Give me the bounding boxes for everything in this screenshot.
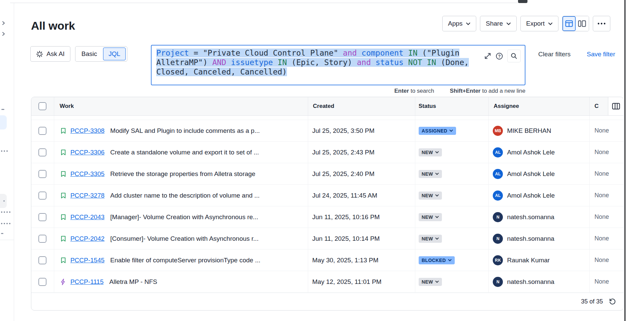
issue-summary[interactable]: Add cluster name to the description of v… bbox=[110, 192, 260, 199]
status-badge[interactable]: ASSIGNED bbox=[419, 127, 456, 135]
avatar: AL bbox=[493, 191, 503, 201]
jql-input[interactable]: Project = "Private Cloud Control Plane" … bbox=[151, 45, 525, 85]
table-row: PCCP-2043 [Manager]- Volume Creation wit… bbox=[31, 206, 623, 228]
query-mode-switch: Basic JQL bbox=[75, 46, 127, 62]
run-search-button[interactable] bbox=[507, 50, 521, 62]
status-cell: NEW bbox=[415, 206, 489, 228]
truncated-cell[interactable]: None bbox=[590, 142, 623, 163]
table-row: PCCP-3278 Add cluster name to the descri… bbox=[31, 185, 623, 206]
column-header-work[interactable]: Work bbox=[54, 97, 308, 115]
issue-key-link[interactable]: PCCP-2042 bbox=[70, 235, 104, 242]
status-badge[interactable]: NEW bbox=[419, 192, 442, 200]
sidebar-item-selected-truncated[interactable] bbox=[0, 115, 7, 129]
export-button[interactable]: Export bbox=[520, 16, 558, 31]
truncated-cell[interactable]: None bbox=[590, 206, 623, 228]
chevron-down-icon bbox=[449, 129, 453, 132]
truncated-cell[interactable]: None bbox=[590, 271, 623, 292]
issue-key-link[interactable]: PCCP-2043 bbox=[70, 213, 104, 221]
header-actions: Apps Share Export bbox=[442, 16, 610, 31]
ask-ai-button[interactable]: Ask AI bbox=[30, 46, 70, 62]
chevron-down-icon bbox=[506, 22, 511, 25]
jql-editor-content[interactable]: Project = "Private Cloud Control Plane" … bbox=[156, 48, 520, 77]
column-header-assignee[interactable]: Assignee bbox=[489, 97, 590, 115]
issue-summary[interactable]: Modify SAL and Plugin to include comment… bbox=[110, 127, 260, 135]
issue-key-link[interactable]: PCCP-3305 bbox=[70, 170, 104, 178]
created-date: Jul 25, 2025, 2:43 PM bbox=[312, 149, 375, 156]
status-cell: NEW bbox=[415, 163, 489, 184]
columns-settings-button[interactable] bbox=[608, 97, 623, 115]
share-button[interactable]: Share bbox=[480, 16, 517, 31]
chevron-right-icon[interactable] bbox=[2, 21, 5, 27]
truncated-cell[interactable]: None bbox=[590, 250, 623, 271]
issue-summary[interactable]: Create a standalone volume and export it… bbox=[110, 149, 259, 156]
truncated-cell[interactable]: None bbox=[590, 120, 623, 141]
mode-basic-tab[interactable]: Basic bbox=[75, 50, 103, 58]
truncated-cell[interactable]: None bbox=[590, 228, 623, 249]
status-label: NEW bbox=[422, 279, 433, 285]
truncated-cell[interactable]: None bbox=[590, 185, 623, 206]
table-row: PCCP-1545 Enable filter of computeServer… bbox=[31, 250, 623, 271]
columns-icon bbox=[612, 103, 620, 110]
truncated-cell-value: None bbox=[594, 235, 609, 242]
sidebar-item-hover-truncated[interactable] bbox=[0, 194, 7, 208]
clear-filters-button[interactable]: Clear filters bbox=[538, 51, 571, 58]
row-checkbox[interactable] bbox=[38, 235, 46, 243]
refresh-button[interactable] bbox=[608, 298, 616, 305]
issue-summary[interactable]: Retrieve the storage properties from All… bbox=[110, 170, 255, 178]
issue-key-link[interactable]: PCCP-3308 bbox=[70, 127, 104, 135]
created-date: Jul 25, 2025, 2:40 PM bbox=[312, 170, 375, 178]
work-cell: PCCP-3308 Modify SAL and Plugin to inclu… bbox=[54, 120, 308, 141]
select-all-checkbox[interactable] bbox=[38, 102, 46, 110]
chevron-down-icon bbox=[435, 151, 439, 153]
assignee-cell: N natesh.somanna bbox=[489, 271, 590, 292]
status-badge[interactable]: BLOCKED bbox=[419, 256, 455, 264]
chevron-right-icon[interactable] bbox=[2, 31, 5, 37]
row-checkbox[interactable] bbox=[38, 213, 46, 221]
issue-key-link[interactable]: PCCP-3306 bbox=[70, 149, 104, 156]
avatar: AL bbox=[493, 169, 503, 179]
status-label: NEW bbox=[422, 193, 433, 198]
assignee-cell: AL Amol Ashok Lele bbox=[489, 142, 590, 163]
status-badge[interactable]: NEW bbox=[419, 213, 442, 221]
table-view-button[interactable] bbox=[562, 16, 576, 31]
row-checkbox[interactable] bbox=[38, 256, 46, 264]
save-filter-link[interactable]: Save filter bbox=[587, 51, 615, 58]
row-checkbox[interactable] bbox=[38, 148, 46, 156]
row-checkbox[interactable] bbox=[38, 170, 46, 178]
created-date: Jun 11, 2025, 10:14 PM bbox=[312, 235, 380, 242]
row-checkbox[interactable] bbox=[38, 127, 46, 135]
issue-summary[interactable]: [Manager]- Volume Creation with Asynchro… bbox=[110, 213, 258, 221]
more-button[interactable] bbox=[593, 16, 610, 31]
table-row: PCCP-3308 Modify SAL and Plugin to inclu… bbox=[31, 120, 623, 142]
jql-tools: ? bbox=[484, 50, 521, 62]
issue-key-link[interactable]: PCCP-1115 bbox=[70, 278, 104, 286]
detail-view-button[interactable] bbox=[576, 16, 589, 31]
issue-key-link[interactable]: PCCP-3278 bbox=[70, 192, 104, 199]
status-badge[interactable]: NEW bbox=[419, 235, 442, 243]
issue-key-link[interactable]: PCCP-1545 bbox=[70, 257, 104, 264]
story-icon bbox=[60, 192, 67, 199]
column-header-created[interactable]: Created bbox=[308, 97, 415, 115]
assignee-cell: N natesh.somanna bbox=[489, 228, 590, 249]
status-cell: NEW bbox=[415, 185, 489, 206]
issue-summary[interactable]: Alletra MP - NFS bbox=[109, 278, 157, 286]
apps-button[interactable]: Apps bbox=[442, 16, 476, 31]
sidebar-item-fragment bbox=[1, 109, 4, 110]
status-badge[interactable]: NEW bbox=[419, 170, 442, 178]
mode-jql-tab[interactable]: JQL bbox=[103, 48, 126, 60]
column-header-status[interactable]: Status bbox=[415, 97, 489, 115]
issue-summary[interactable]: [Consumer]- Volume Creation with Asynchr… bbox=[110, 235, 258, 242]
row-checkbox[interactable] bbox=[38, 278, 46, 286]
sidebar-item-fragment bbox=[1, 233, 3, 234]
truncated-cell[interactable]: None bbox=[590, 163, 623, 184]
row-checkbox[interactable] bbox=[38, 192, 46, 200]
story-icon bbox=[60, 170, 67, 178]
expand-editor-button[interactable] bbox=[484, 52, 491, 60]
status-badge[interactable]: NEW bbox=[419, 148, 442, 156]
status-badge[interactable]: NEW bbox=[419, 278, 442, 286]
issue-summary[interactable]: Enable filter of computeServer provision… bbox=[110, 257, 260, 264]
status-label: ASSIGNED bbox=[422, 128, 447, 134]
chevron-down-icon bbox=[435, 237, 439, 240]
syntax-help-button[interactable]: ? bbox=[495, 52, 503, 60]
avatar: AL bbox=[493, 147, 503, 157]
